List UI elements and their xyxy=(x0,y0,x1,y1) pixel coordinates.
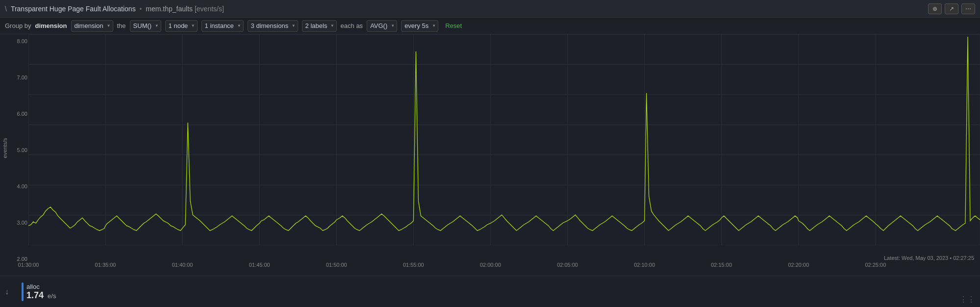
legend-area: ↓ alloc 1.74 e/s ⋮⋮ xyxy=(0,276,980,307)
x-tick-10: 02:20:00 xyxy=(788,262,809,268)
legend-unit: e/s xyxy=(48,292,56,300)
x-tick-1: 01:35:00 xyxy=(95,262,116,268)
dimension-select[interactable]: dimension xyxy=(71,20,113,32)
y-axis-ticks: 8.00 7.00 6.00 5.00 4.00 3.00 2.00 xyxy=(9,38,27,262)
instance-select-wrapper: 1 instance xyxy=(201,20,244,32)
y-tick-4: 4.00 xyxy=(9,183,27,189)
app-container: \ Transparent Huge Page Fault Allocation… xyxy=(0,0,980,307)
expand-button[interactable]: ↗ xyxy=(945,3,958,14)
avg-select[interactable]: AVG() xyxy=(367,20,397,32)
every-select-wrapper: every 5s xyxy=(401,20,438,32)
legend-item-alloc: alloc 1.74 e/s xyxy=(22,282,56,301)
legend-value-number: 1.74 xyxy=(26,290,44,300)
y-tick-6: 6.00 xyxy=(9,111,27,117)
metric-name: mem.thp_faults xyxy=(146,5,193,13)
y-tick-7: 7.00 xyxy=(9,75,27,80)
chart-title: Transparent Huge Page Fault Allocations xyxy=(11,5,136,13)
reset-button[interactable]: Reset xyxy=(442,21,465,30)
separator: • xyxy=(140,5,142,13)
more-button[interactable]: ⋯ xyxy=(961,3,975,14)
x-tick-11: 02:25:00 xyxy=(865,262,886,268)
each-as-label: each as xyxy=(341,22,363,29)
legend-value: 1.74 e/s xyxy=(26,290,56,301)
header: \ Transparent Huge Page Fault Allocation… xyxy=(0,0,980,18)
x-tick-3: 01:45:00 xyxy=(249,262,270,268)
node-select-wrapper: 1 node xyxy=(165,20,198,32)
y-tick-3: 3.00 xyxy=(9,220,27,226)
header-actions: ⊕ ↗ ⋯ xyxy=(928,3,975,14)
x-tick-9: 02:15:00 xyxy=(711,262,732,268)
the-label: the xyxy=(117,22,126,29)
x-tick-4: 01:50:00 xyxy=(326,262,347,268)
avg-select-wrapper: AVG() xyxy=(367,20,397,32)
sum-select[interactable]: SUM() xyxy=(130,20,161,32)
latest-label: Latest: Wed, May 03, 2023 • 02:27:25 xyxy=(884,255,974,261)
x-axis: 01:30:00 01:35:00 01:40:00 01:45:00 01:5… xyxy=(28,262,980,276)
y-axis-label: events/s xyxy=(2,138,8,158)
legend-text: alloc 1.74 e/s xyxy=(26,283,56,301)
x-tick-6: 02:00:00 xyxy=(480,262,501,268)
back-icon: \ xyxy=(5,5,7,13)
y-tick-2: 2.00 xyxy=(9,256,27,262)
x-tick-2: 01:40:00 xyxy=(172,262,193,268)
y-axis-container: events/s xyxy=(1,34,9,262)
chart-svg[interactable] xyxy=(28,34,980,245)
y-tick-8: 8.00 xyxy=(9,38,27,44)
legend-name: alloc xyxy=(26,283,56,290)
x-tick-8: 02:10:00 xyxy=(634,262,655,268)
header-title: Transparent Huge Page Fault Allocations … xyxy=(11,5,928,13)
x-tick-5: 01:55:00 xyxy=(403,262,424,268)
x-tick-0: 01:30:00 xyxy=(18,262,39,268)
add-button[interactable]: ⊕ xyxy=(928,3,942,14)
every-select[interactable]: every 5s xyxy=(401,20,438,32)
labels-select-wrapper: 2 labels xyxy=(302,20,337,32)
dimensions-select-wrapper: 3 dimensions xyxy=(248,20,298,32)
legend-color-bar xyxy=(22,282,24,301)
y-tick-5: 5.00 xyxy=(9,147,27,153)
chart-wrapper: events/s 8.00 7.00 6.00 5.00 4.00 3.00 2… xyxy=(0,34,980,276)
sum-select-wrapper: SUM() xyxy=(130,20,161,32)
dimensions-select[interactable]: 3 dimensions xyxy=(248,20,298,32)
x-tick-7: 02:05:00 xyxy=(557,262,578,268)
legend-down-icon: ↓ xyxy=(5,287,9,296)
chart-line xyxy=(28,37,980,230)
instance-select[interactable]: 1 instance xyxy=(201,20,244,32)
resize-handle-icon[interactable]: ⋮⋮ xyxy=(959,295,975,304)
dimension-label: dimension xyxy=(35,22,67,29)
group-by-label: Group by xyxy=(5,22,31,29)
dimension-select-wrapper: dimension xyxy=(71,20,113,32)
labels-select[interactable]: 2 labels xyxy=(302,20,337,32)
node-select[interactable]: 1 node xyxy=(165,20,198,32)
toolbar: Group by dimension dimension the SUM() 1… xyxy=(0,18,980,34)
unit-label: [events/s] xyxy=(195,5,224,13)
